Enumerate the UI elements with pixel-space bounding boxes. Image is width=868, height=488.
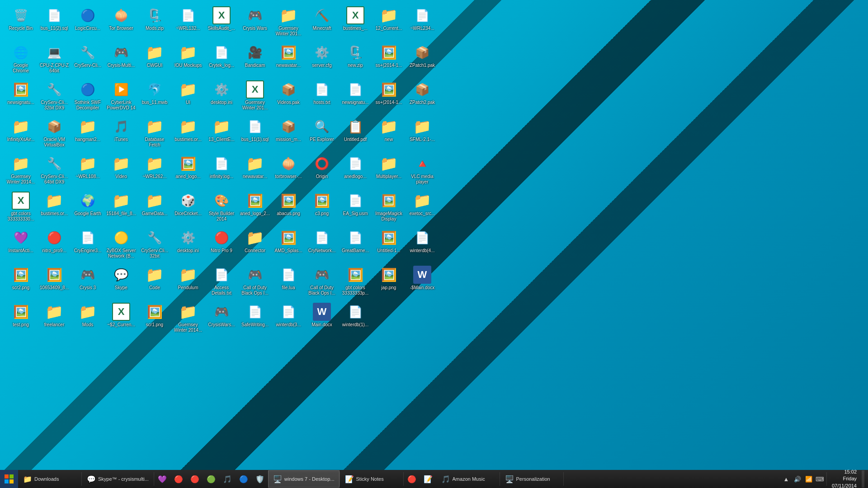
desktop-icon-new-zip[interactable]: 🗜️new.zip (339, 42, 372, 78)
show-desktop-button[interactable] (862, 470, 864, 488)
desktop-icon-ss2014-2[interactable]: 🖼️ss+(2014-1... (373, 79, 405, 115)
desktop-icon-mods-zip[interactable]: 🗜️Mods.zip (138, 5, 171, 41)
desktop-icon-torbrowser[interactable]: 🧅torbrowser-... (272, 153, 305, 189)
taskbar-item-app6[interactable]: 🛡️ (252, 470, 268, 488)
desktop-icon-sfml-21[interactable]: 📁SFML-2.1-... (406, 116, 439, 152)
desktop-icon-bus11-sql2[interactable]: 📄bus_11(1).sql (239, 116, 271, 152)
start-button[interactable] (0, 470, 18, 488)
taskbar-item-sticky-notes[interactable]: 📝Sticky Notes (340, 470, 403, 488)
desktop-icon-sothink-swf[interactable]: 🔵Sothink SWF Decompiler (71, 79, 104, 115)
desktop-icon-infinity-logo[interactable]: 📄infinity.log... (205, 153, 238, 189)
desktop-icon-skype-app[interactable]: 💬Skype (105, 264, 137, 300)
desktop-icon-scr1-png[interactable]: 🖼️scr1.png (138, 301, 171, 337)
desktop-icon-tor-browser[interactable]: 🧅Tor Browser (105, 5, 137, 41)
desktop-icon-main-docx[interactable]: WMain.docx (306, 301, 338, 337)
desktop-icon-nitro-pro9[interactable]: 🔴nitro_pro9... (38, 227, 71, 263)
desktop-icon-cryserv-cli-32bit[interactable]: 🔧CryServ-Cli... 32bit (138, 227, 171, 263)
system-clock[interactable]: 15:02 Friday 07/11/2014 (828, 469, 860, 488)
desktop-icon-gbt-colors2[interactable]: 🖼️gbt colors 33333333p... (339, 264, 372, 300)
desktop-icon-bustimes-org[interactable]: 📁bustimes.or... (38, 190, 71, 226)
desktop-icon-crynetwork[interactable]: 📄CryNetwork... (306, 227, 338, 263)
desktop-icon-wrl132[interactable]: 📄~WRL132... (172, 5, 204, 41)
desktop-icon-hangman2[interactable]: 📁hangman2... (71, 116, 104, 152)
desktop-icon-access-details[interactable]: 📄Access Details.txt (205, 264, 238, 300)
desktop-icon-cryserv-cli-64dx9[interactable]: 🔧CryServ-Cli... 64bit DX9 (38, 153, 71, 189)
desktop-icon-desktop-ini[interactable]: ⚙️desktop.ini (205, 79, 238, 115)
desktop-icon-cryserv-cli-32[interactable]: 🔧CryServ-Cli... 32bit DX9 (38, 79, 71, 115)
taskbar-item-app5[interactable]: 🔵 (236, 470, 252, 488)
desktop-icon-google-chrome[interactable]: 🌐Google Chrome (5, 42, 37, 78)
desktop-icon-wrl108[interactable]: 📁~WRL108... (71, 153, 104, 189)
desktop-icon-desktop-ini2[interactable]: ⚙️desktop.ini (172, 227, 204, 263)
desktop-icon-skillsaudit[interactable]: XSkillsAudit_... (205, 5, 238, 41)
desktop-icon-test-png[interactable]: 🖼️test.png (5, 301, 37, 337)
desktop-icon-ui-folder[interactable]: 📁UI (172, 79, 204, 115)
desktop-icon-guernsey-excel[interactable]: XGuernsey Winter 201... (239, 79, 271, 115)
taskbar-item-app7[interactable]: 🔴 (404, 470, 420, 488)
desktop-icon-hosts-txt[interactable]: 📄hosts.txt (306, 79, 338, 115)
desktop-icon-crysis3[interactable]: 🎮Crysis 3 (71, 264, 104, 300)
desktop-icon-aned-logo[interactable]: 🖼️aned_logo... (172, 153, 204, 189)
desktop-icon-vlc-media[interactable]: 🔺VLC media player (406, 153, 439, 189)
desktop-icon-itunes[interactable]: 🎵iTunes (105, 116, 137, 152)
desktop-icon-cod-blackops-ini[interactable]: 🎮Call of Duty Black Ops I... (239, 264, 271, 300)
desktop-icon-ss2014-1[interactable]: 🖼️ss+(2014-1... (373, 42, 405, 78)
desktop-icon-winterdb4[interactable]: 📄winterdb(4... (406, 227, 439, 263)
desktop-icon-minecraft[interactable]: ⛏️Minecraft (306, 5, 338, 41)
desktop-icon-15184-file[interactable]: 📁15184_file_8... (105, 190, 137, 226)
desktop-icon-bus11-mwb[interactable]: 🐬bus_11.mwb (138, 79, 171, 115)
desktop-icon-crysis-wars[interactable]: 🎮Crysis Wars (239, 5, 271, 41)
desktop-icon-cod-blackops-l[interactable]: 🎮Call of Duty Black Ops I... (306, 264, 338, 300)
desktop-icon-bus11-sql[interactable]: 📄bus_11(2).sql (38, 5, 71, 41)
desktop-icon-mission-m[interactable]: 📦mission_m... (272, 116, 305, 152)
taskbar-item-downloads[interactable]: 📁Downloads (18, 470, 81, 488)
taskbar-item-app4[interactable]: 🎵 (219, 470, 236, 488)
desktop-icon-new-folder[interactable]: 📁new (373, 116, 405, 152)
desktop-icon-10653409[interactable]: 🖼️10653409_8... (38, 264, 71, 300)
desktop-icon-zpatch1-pak[interactable]: 📦ZPatch1.pak (406, 42, 439, 78)
taskbar-item-windows7-desktop[interactable]: 🖥️windows 7 - Desktop... (268, 470, 340, 488)
desktop-icon-guernsey-winter-2014[interactable]: 📁Guernsey Winter 2014... (172, 301, 204, 337)
desktop-icon-jap-png[interactable]: 🖼️jap.png (373, 264, 405, 300)
desktop-icon-smain-docx[interactable]: W-$Main.docx (406, 264, 439, 300)
desktop-icon-bandicam[interactable]: 🎥Bandicam (239, 42, 271, 78)
desktop-icon-bustimes1[interactable]: Xbustimes_... (339, 5, 372, 41)
desktop-icon-crytek-log[interactable]: 📄Crytek_log... (205, 42, 238, 78)
desktop-icon-13-client[interactable]: 📁13_ClientE... (205, 116, 238, 152)
desktop-icon-gamedata[interactable]: 📁GameData... (138, 190, 171, 226)
desktop-icon-crysis-wars2[interactable]: 🎮CrysisWars... (205, 301, 238, 337)
desktop-icon-gbt-colors1[interactable]: Xgbt colors 333333330... (5, 190, 37, 226)
desktop-icon-iou-mockups[interactable]: 📁IOU Mockups (172, 42, 204, 78)
desktop-icon-aned-logo2[interactable]: 🖼️aned_logo_2... (239, 190, 271, 226)
taskbar-item-word-taskbar[interactable]: 📝 (420, 470, 436, 488)
desktop-icon-freelancer[interactable]: 📁freelancer (38, 301, 71, 337)
desktop-icon-wrl262[interactable]: 📁~WRL262... (138, 153, 171, 189)
desktop-icon-untitled1[interactable]: 🖼️Untitled-1... (373, 227, 405, 263)
desktop-icon-greatbarner[interactable]: 📄GreatBarne... (339, 227, 372, 263)
desktop-icon-scr2-png[interactable]: 🖼️scr2.png (5, 264, 37, 300)
desktop-icon-wrl234[interactable]: 📄~WRL234... (406, 5, 439, 41)
taskbar-item-app3[interactable]: 🟢 (203, 470, 219, 488)
taskbar-item-app2[interactable]: 🔴 (187, 470, 203, 488)
desktop-icon-s2-current[interactable]: X~$2_Curren... (105, 301, 137, 337)
tray-arrow[interactable]: ▲ (781, 470, 791, 488)
tray-volume[interactable]: 🔊 (793, 470, 802, 488)
desktop-icon-database-fetch[interactable]: 📁Database Fetch (138, 116, 171, 152)
desktop-icon-guernsey-winter2014[interactable]: 📁Guernsey Winter 2014... (5, 153, 37, 189)
desktop-icon-pe-explorer[interactable]: 🔍PE Explorer (306, 116, 338, 152)
desktop-icon-nitro-pro9-app[interactable]: 🔴Nitro Pro 9 (205, 227, 238, 263)
desktop-icon-bustimes-or[interactable]: 📁bustimes.or... (172, 116, 204, 152)
desktop-icon-oracle-vm[interactable]: 📦Oracle VM VirtualBox (38, 116, 71, 152)
desktop-icon-guernsey-winter1[interactable]: 📁Guernsey Winter 201... (272, 5, 305, 41)
desktop-icon-newavatar1[interactable]: 🖼️newavatar... (272, 42, 305, 78)
taskbar-item-amazon-music[interactable]: 🎵Amazon Music (436, 470, 500, 488)
desktop-icon-cyberlink[interactable]: ▶️CyberLink PowerDVD 14 (105, 79, 137, 115)
desktop-icon-dicecricket[interactable]: 🎲DiceCricket... (172, 190, 204, 226)
desktop-icon-instantact[interactable]: 💜InstantActi... (5, 227, 37, 263)
desktop-icon-newsignatu2[interactable]: 📄newsignatu... (339, 79, 372, 115)
desktop-icon-infinity-xsair[interactable]: 📁InfinityXsAir... (5, 116, 37, 152)
desktop-icon-exetoc-src[interactable]: 📁exetoc_src... (406, 190, 439, 226)
desktop-icon-winterdb1[interactable]: 📄winterdb(1)... (339, 301, 372, 337)
desktop-icon-mods-folder[interactable]: 📁Mods (71, 301, 104, 337)
desktop-icon-12-current[interactable]: 📁12_Current... (373, 5, 405, 41)
